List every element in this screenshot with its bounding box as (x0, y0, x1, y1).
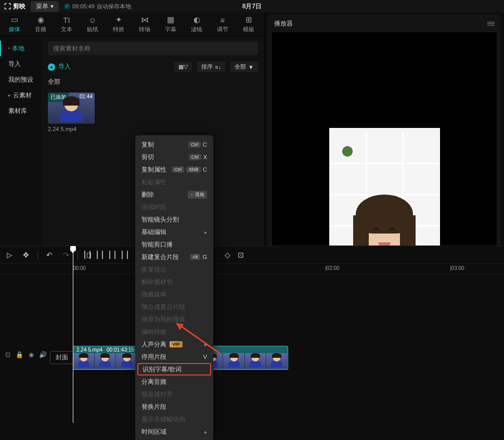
split-tool-3[interactable] (109, 251, 115, 259)
sidenav-本地[interactable]: •本地 (0, 41, 42, 56)
tab-icon: ◐ (193, 15, 200, 24)
cm-视音频对齐: 视音频对齐 (135, 388, 213, 400)
cm-剪切[interactable]: 剪切CtrlX (135, 151, 213, 163)
menu-label: 菜单 (36, 2, 48, 11)
cover-label[interactable]: 封面 (50, 351, 74, 364)
tool-tab-调节[interactable]: ≡调节 (210, 14, 235, 35)
player-menu-icon[interactable] (487, 22, 495, 25)
view-toggle[interactable]: ▦▽ (174, 62, 192, 72)
track-mute-icon[interactable]: 🔊 (39, 351, 47, 358)
clip-thumb: 已添加 01:44 (48, 93, 95, 124)
cm-保存为我的预设: 保存为我的预设 (135, 313, 213, 326)
tool-tab-模板[interactable]: ⊞模板 (236, 14, 261, 35)
tool-tab-贴纸[interactable]: ☺贴纸 (80, 14, 105, 35)
tab-icon: ☺ (88, 16, 96, 24)
cm-人声分离[interactable]: 人声分离VIP▸ (135, 338, 213, 351)
import-label: 导入 (58, 62, 71, 71)
app-logo: ⛶ 剪映 (4, 2, 25, 11)
tool-tab-文本[interactable]: TI文本 (54, 14, 79, 35)
media-clip[interactable]: 已添加 01:44 2.24 5.mp4 (48, 93, 95, 132)
cm-复制[interactable]: 复制CtrlC (135, 138, 213, 151)
filter-icon: ▼ (248, 64, 254, 70)
track-clip-dur: 00:01:43:15 (107, 347, 134, 353)
autosave-time: 09:05:49 (72, 3, 95, 9)
logo-icon: ⛶ (4, 3, 11, 10)
cm-编辑特效: 编辑特效 (135, 326, 213, 338)
tool-tab-媒体[interactable]: ▭媒体 (2, 14, 27, 35)
tab-icon: ▭ (11, 15, 18, 24)
ruler-mark: |02:00 (325, 265, 340, 271)
pointer-tool[interactable]: ▷ (4, 251, 15, 259)
cm-时间区域[interactable]: 时间区域▸ (135, 425, 213, 438)
tab-icon: ⊞ (245, 15, 252, 24)
project-date: 8月7日 (242, 2, 262, 11)
cm-恢复组合: 恢复组合 (135, 263, 213, 276)
check-icon: ✓ (64, 3, 70, 9)
app-name: 剪映 (13, 2, 25, 11)
split-tool-2[interactable] (97, 251, 103, 259)
sidenav-云素材[interactable]: ▸云素材 (0, 87, 42, 103)
ruler-mark: |03:00 (450, 265, 464, 271)
track-clip-name: 2.24 5.mp4 (76, 347, 102, 353)
chevron-down-icon: ▾ (50, 3, 54, 10)
undo-button[interactable]: ↶ (44, 251, 55, 259)
move-tool[interactable]: ✥ (21, 251, 31, 259)
tool-tab-滤镜[interactable]: ◐滤镜 (184, 14, 209, 35)
image-icon[interactable]: ⊡ (238, 251, 244, 259)
clip-name: 2.24 5.mp4 (48, 126, 95, 132)
tab-icon: ▦ (167, 15, 174, 24)
tab-icon: ✦ (115, 15, 122, 24)
cm-显示关键帧动画: 显示关键帧动画 (135, 413, 213, 425)
cm-停用片段[interactable]: 停用片段V (135, 351, 213, 363)
player-title: 播放器 (274, 19, 293, 28)
tab-icon: ⋈ (141, 15, 149, 24)
track-lock-icon[interactable]: 🔒 (16, 351, 23, 358)
track-settings-icon[interactable]: ⊡ (5, 351, 10, 358)
tool-tab-转场[interactable]: ⋈转场 (132, 14, 157, 35)
cm-隐藏媒体: 隐藏媒体 (135, 288, 213, 301)
plus-icon: + (48, 63, 55, 71)
cm-预合成复合片段: 预合成复合片段 (135, 301, 213, 313)
search-input[interactable] (48, 42, 258, 55)
sort-button[interactable]: 排序 ≡↓ (197, 61, 225, 72)
cm-解除素材包: 解除素材包 (135, 276, 213, 288)
section-all: 全部 (42, 75, 264, 88)
split-tool-1[interactable] (84, 251, 91, 259)
autosave-text: 自动保存本地 (97, 3, 131, 10)
cm-替换片段[interactable]: 替换片段 (135, 400, 213, 413)
tab-icon: ≡ (221, 16, 225, 24)
import-button[interactable]: + 导入 (48, 62, 71, 71)
cm-复制属性[interactable]: 复制属性CtrlShiftC (135, 163, 213, 176)
redo-button[interactable]: ↷ (61, 251, 71, 259)
cm-智能剪口播[interactable]: 智能剪口播 (135, 238, 213, 251)
playhead[interactable] (73, 246, 73, 423)
cm-识别字幕/歌词[interactable]: 识别字幕/歌词 (137, 363, 211, 376)
split-tool-4[interactable] (122, 251, 128, 259)
tool-tab-音频[interactable]: ◉音频 (28, 14, 53, 35)
tool-tab-字幕[interactable]: ▦字幕 (158, 14, 183, 35)
cm-新建复合片段[interactable]: 新建复合片段AltG (135, 251, 213, 263)
cm-粘贴属性: 粘贴属性 (135, 176, 213, 188)
track-visibility-icon[interactable]: ◉ (29, 351, 34, 358)
sidenav-素材库[interactable]: 素材库 (0, 103, 42, 119)
crop-icon[interactable]: ◇ (225, 251, 230, 259)
tool-tab-特效[interactable]: ✦特效 (106, 14, 131, 35)
time-ruler[interactable]: 00:00|02:00|03:00 (0, 264, 504, 274)
tool-tabs: ▭媒体◉音频TI文本☺贴纸✦特效⋈转场▦字幕◐滤镜≡调节⊞模板 (0, 12, 264, 36)
context-menu: 复制CtrlC剪切CtrlX复制属性CtrlShiftC粘贴属性删除←退格连续时… (135, 135, 213, 440)
cm-删除[interactable]: 删除←退格 (135, 188, 213, 201)
tab-icon: ◉ (37, 15, 44, 24)
autosave-status: ✓ 09:05:49 自动保存本地 (64, 3, 131, 10)
sort-icon: ≡↓ (215, 64, 221, 70)
cm-智能镜头分割[interactable]: 智能镜头分割 (135, 213, 213, 226)
cm-分离音频[interactable]: 分离音频 (135, 376, 213, 388)
menu-button[interactable]: 菜单 ▾ (31, 1, 59, 12)
cm-基础编辑[interactable]: 基础编辑▸ (135, 226, 213, 238)
sidenav-我的预设[interactable]: 我的预设 (0, 72, 42, 87)
filter-button[interactable]: 全部 ▼ (230, 61, 258, 72)
sidenav-导入[interactable]: 导入 (0, 56, 42, 72)
tab-icon: TI (63, 16, 70, 24)
ruler-mark: 00:00 (73, 265, 86, 271)
cm-连续时段: 连续时段 (135, 201, 213, 213)
